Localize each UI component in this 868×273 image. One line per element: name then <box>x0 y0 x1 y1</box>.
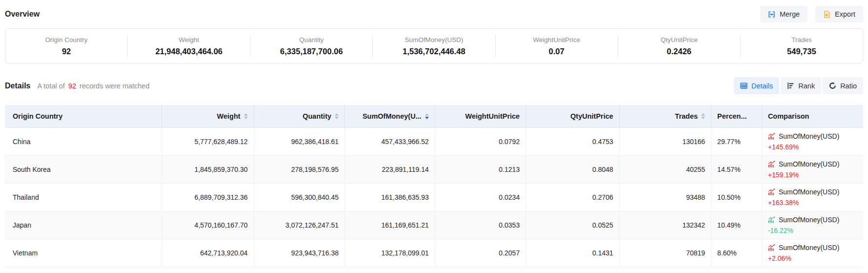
percentage-cell: 14.57% <box>711 155 762 183</box>
details-table: Origin Country Weight Quantity <box>5 105 863 267</box>
col-quantity[interactable]: Quantity <box>254 105 344 127</box>
comparison-cell: SumOfMoney(USD) +2.06% <box>762 239 863 267</box>
comparison-metric: SumOfMoney(USD) <box>779 131 839 142</box>
stat-value: 549,735 <box>741 47 863 56</box>
col-trades[interactable]: Trades <box>619 105 711 127</box>
table-row: Japan 4,570,160,167.70 3,072,126,247.51 … <box>5 211 863 239</box>
tab-ratio[interactable]: Ratio <box>823 77 863 94</box>
quantity-cell: 962,386,418.61 <box>254 127 344 155</box>
table-row: China 5,777,628,489.12 962,386,418.61 45… <box>5 127 863 155</box>
col-label: Weight <box>217 112 241 120</box>
summary-suffix: records were matched <box>80 82 149 90</box>
sum-of-money-cell: 161,386,635.93 <box>345 183 435 211</box>
table-row: Vietnam 642,713,920.04 923,943,716.38 13… <box>5 239 863 267</box>
sum-of-money-cell: 161,169,651.21 <box>345 211 435 239</box>
trend-chart-down-icon <box>768 216 775 223</box>
sort-carets-icon-active-desc[interactable] <box>425 113 429 119</box>
origin-country-cell: Vietnam <box>5 239 162 267</box>
stat-qty-unit-price: QtyUnitPrice 0.2426 <box>618 36 740 56</box>
comparison-cell: SumOfMoney(USD) +163.38% <box>762 183 863 211</box>
stat-value: 92 <box>5 47 127 56</box>
col-origin-country: Origin Country <box>5 105 162 127</box>
stat-weight: Weight 21,948,403,464.06 <box>128 36 250 56</box>
origin-country-cell: China <box>5 127 162 155</box>
stat-trades: Trades 549,735 <box>741 36 863 56</box>
qty-unit-price-cell: 0.8048 <box>526 155 620 183</box>
col-label: SumOfMoney(U... <box>363 112 422 120</box>
trades-cell: 130166 <box>619 127 711 155</box>
weight-cell: 642,713,920.04 <box>162 239 254 267</box>
table-grid-icon <box>740 82 747 89</box>
qty-unit-price-cell: 0.1431 <box>526 239 620 267</box>
sum-of-money-cell: 457,433,966.52 <box>345 127 435 155</box>
stat-value: 1,536,702,446.48 <box>373 47 495 56</box>
export-button[interactable]: Export <box>815 6 863 22</box>
sort-carets-icon[interactable] <box>244 113 248 119</box>
comparison-metric: SumOfMoney(USD) <box>779 214 839 225</box>
quantity-cell: 3,072,126,247.51 <box>254 211 344 239</box>
weight-unit-price-cell: 0.2057 <box>435 239 525 267</box>
tab-details[interactable]: Details <box>734 77 779 94</box>
comparison-cell: SumOfMoney(USD) -16.22% <box>762 211 863 239</box>
page-title: Overview <box>5 10 40 19</box>
tab-rank-label: Rank <box>798 82 815 90</box>
stat-quantity: Quantity 6,335,187,700.06 <box>250 36 372 56</box>
weight-unit-price-cell: 0.0792 <box>435 127 525 155</box>
tab-details-label: Details <box>751 82 773 90</box>
stat-label: WeightUnitPrice <box>496 36 618 43</box>
overview-stats-card: Origin Country 92 Weight 21,948,403,464.… <box>5 28 863 63</box>
stat-label: Trades <box>741 36 863 43</box>
weight-cell: 4,570,160,167.70 <box>162 211 254 239</box>
sort-carets-icon[interactable] <box>335 113 339 119</box>
stat-origin-country: Origin Country 92 <box>5 36 127 56</box>
comparison-cell: SumOfMoney(USD) +145.69% <box>762 127 863 155</box>
comparison-change: +163.38% <box>768 197 857 208</box>
col-label: Percen... <box>717 112 747 120</box>
comparison-change: -16.22% <box>768 225 857 236</box>
stat-value: 6,335,187,700.06 <box>250 47 372 56</box>
details-header: Details A total of92records were matched… <box>5 77 863 94</box>
comparison-cell: SumOfMoney(USD) +159.19% <box>762 155 863 183</box>
sort-carets-icon[interactable] <box>701 113 705 119</box>
merge-cells-icon <box>768 11 775 18</box>
sum-of-money-cell: 132,178,099.01 <box>345 239 435 267</box>
trend-chart-up-icon <box>768 160 775 168</box>
col-percentage: Percen... <box>711 105 762 127</box>
summary-prefix: A total of <box>37 82 64 90</box>
stat-label: SumOfMoney(USD) <box>373 36 495 43</box>
trend-chart-up-icon <box>768 188 775 195</box>
stat-value: 21,948,403,464.06 <box>128 47 250 56</box>
export-file-icon <box>823 11 830 18</box>
weight-unit-price-cell: 0.0353 <box>435 211 525 239</box>
rank-bars-icon <box>787 82 794 89</box>
weight-cell: 5,777,628,489.12 <box>162 127 254 155</box>
stat-weight-unit-price: WeightUnitPrice 0.07 <box>496 36 618 56</box>
col-comparison: Comparison <box>762 105 863 127</box>
comparison-metric: SumOfMoney(USD) <box>779 159 839 169</box>
merge-button-label: Merge <box>780 10 800 18</box>
col-weight[interactable]: Weight <box>162 105 254 127</box>
col-label: Origin Country <box>13 112 62 120</box>
stat-value: 0.2426 <box>618 47 740 56</box>
trades-cell: 132342 <box>619 211 711 239</box>
table-body: China 5,777,628,489.12 962,386,418.61 45… <box>5 127 863 267</box>
tab-rank[interactable]: Rank <box>781 77 821 94</box>
percentage-cell: 10.50% <box>711 183 762 211</box>
ratio-circular-icon <box>829 82 836 89</box>
trend-chart-up-icon <box>768 132 775 140</box>
table-row: South Korea 1,845,859,370.30 278,198,576… <box>5 155 863 183</box>
col-sum-of-money[interactable]: SumOfMoney(U... <box>345 105 435 127</box>
percentage-cell: 29.77% <box>711 127 762 155</box>
qty-unit-price-cell: 0.4753 <box>526 127 620 155</box>
comparison-change: +159.19% <box>768 169 857 180</box>
weight-unit-price-cell: 0.0234 <box>435 183 525 211</box>
qty-unit-price-cell: 0.0525 <box>526 211 620 239</box>
weight-unit-price-cell: 0.1213 <box>435 155 525 183</box>
quantity-cell: 596,300,840.45 <box>254 183 344 211</box>
stat-label: Weight <box>128 36 250 43</box>
col-qty-unit-price: QtyUnitPrice <box>526 105 620 127</box>
percentage-cell: 10.49% <box>711 211 762 239</box>
merge-button[interactable]: Merge <box>760 6 807 22</box>
qty-unit-price-cell: 0.2706 <box>526 183 620 211</box>
quantity-cell: 278,198,576.95 <box>254 155 344 183</box>
